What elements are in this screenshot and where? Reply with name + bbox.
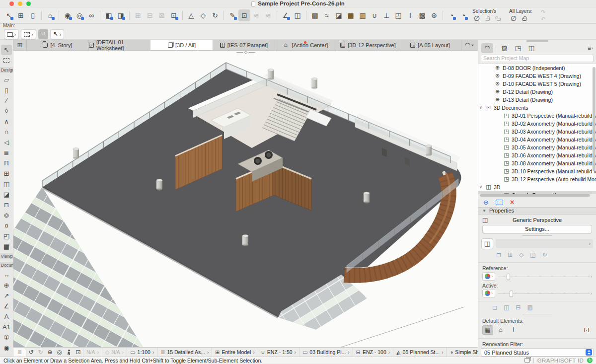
railing-tool[interactable]: Π (1, 158, 12, 168)
dimension-tool[interactable]: ↔ (1, 270, 12, 280)
model-filter-field[interactable]: ⊞Entire Model› (212, 348, 258, 357)
update-icon[interactable]: ↻ (542, 251, 547, 258)
pickup-parameters-icon[interactable]: ◧ (103, 9, 115, 21)
tree-item[interactable]: ◳3D-04 Axonometry (Manual-rebuild Model) (478, 136, 596, 144)
windows-icon[interactable] (524, 358, 530, 363)
renovation-filter-field[interactable]: ◭05 Planned St...› (393, 348, 447, 357)
tree-item[interactable]: ∨⊡3D Documents (478, 104, 596, 112)
tab-a-05-layout[interactable]: [A.05 Layout] (399, 40, 461, 50)
renovation-filter-dropdown[interactable]: 05 Planned Status (481, 348, 594, 357)
arrow-tool-button[interactable]: ↖› (50, 29, 64, 39)
tab-3d-12-perspective[interactable]: [3D-12 Perspective] (337, 40, 399, 50)
lock-selection-icon[interactable] (482, 14, 493, 23)
link-view-icon[interactable]: ◻ (496, 251, 501, 258)
arrow-select-icon[interactable]: ↖ (3, 9, 15, 21)
navigator-menu-button[interactable]: ≡› (588, 45, 593, 52)
slab-icon[interactable]: ▤ (309, 9, 321, 21)
favorites-icon[interactable]: ⌂ (44, 9, 56, 21)
morph-tool[interactable]: ◁ (1, 137, 12, 147)
composite-icon[interactable]: ▦ (345, 9, 357, 21)
ungroup-icon[interactable]: ⊟ (144, 9, 156, 21)
curtain-wall-tool[interactable]: ⊞ (1, 168, 12, 179)
wall-tool[interactable]: ▱ (1, 74, 12, 85)
minimize-button[interactable] (18, 1, 22, 6)
horizontal-scrollbar[interactable] (478, 194, 596, 198)
chevron-right-icon[interactable]: › (591, 274, 592, 279)
delete-button[interactable]: × (510, 199, 514, 206)
pan-icon[interactable]: ◎ (55, 348, 64, 357)
tree-item[interactable]: ◳3D-10 Perspective (Manual-rebuild Model… (478, 167, 596, 175)
publisher-tab[interactable]: ◫ (525, 43, 537, 53)
move-frame-icon[interactable]: ⊞ (508, 251, 513, 258)
tree-item[interactable]: ◳3D-05 Axonometry (Manual-rebuild Model) (478, 144, 596, 151)
morph-icon[interactable]: ⊛ (428, 9, 440, 21)
curtain-wall-icon[interactable]: ▥ (357, 9, 369, 21)
suspend-groups-icon[interactable]: ⊠ (156, 9, 168, 21)
search-binoculars-icon[interactable]: ∞ (85, 9, 97, 21)
tab-overflow-dropdown[interactable]: ◠∨ (461, 40, 478, 50)
mesh-tool[interactable]: ▦ (1, 241, 12, 252)
walk-explore-icon[interactable]: ◔ (457, 9, 469, 21)
tree-item[interactable]: ◳3D-02 Axonometry (Manual-rebuild Model) (478, 120, 596, 128)
rotate-icon[interactable]: ◇ (197, 9, 209, 21)
drag-icon[interactable]: △ (185, 9, 197, 21)
marquee-selection-combo[interactable]: › (4, 29, 19, 39)
3d-model-canvas[interactable] (13, 51, 478, 347)
shell-tool[interactable]: ∩ (1, 127, 12, 137)
tree-item[interactable]: ◳3D-08 Axonometry (Manual-rebuild Model) (478, 159, 596, 167)
split-view-icon[interactable]: ◫ (292, 9, 303, 21)
graphisoft-id-link[interactable]: GRAPHISOFT ID (537, 358, 584, 364)
source-view-button[interactable]: ◫ (481, 238, 493, 249)
pen-set-field[interactable]: ∪ENZ - 1:50› (258, 348, 299, 357)
section-marker-tool[interactable]: ① (1, 332, 12, 343)
schedule-icon[interactable]: ▩ (416, 9, 428, 21)
view-back-icon[interactable]: ↺ (26, 348, 36, 357)
quick-options-button[interactable]: ≣ (13, 348, 26, 357)
project-map-tab[interactable]: ◠ (481, 43, 493, 53)
active-color-button[interactable]: › (482, 289, 495, 297)
snap-magnet-button[interactable]: ∩ (38, 29, 48, 39)
visualization-icon[interactable]: ◔ (446, 9, 457, 21)
reference-color-button[interactable]: › (482, 272, 495, 281)
pick-reference-icon[interactable]: ◻ (492, 304, 497, 311)
label-tool[interactable]: A1 (1, 322, 12, 332)
lamp-tool[interactable]: ¤ (1, 220, 12, 231)
object-tool[interactable]: ⊚ (1, 210, 12, 220)
trace-options-icon[interactable]: ≋ (262, 9, 274, 21)
zone-tool[interactable]: ◰ (1, 231, 12, 241)
hide-selection-icon[interactable]: ∅ (471, 14, 482, 23)
zoom-icon[interactable]: ⊕ (45, 348, 55, 357)
swap-reference-icon[interactable]: ◫ (504, 304, 509, 311)
dimension-style-field[interactable]: ▭03 Building Pl...› (299, 348, 353, 357)
fullscreen-button[interactable] (26, 1, 31, 6)
orbit-icon[interactable]: ↻ (209, 9, 221, 21)
add-viewpoint-button[interactable]: ⊕ (483, 199, 489, 206)
settings-button[interactable]: Settings... (482, 225, 592, 233)
magic-wand-icon[interactable]: ✎ (226, 9, 238, 21)
tab-detail-01-worksheet[interactable]: [DETAIL 01 Worksheet] (88, 40, 150, 50)
marquee-mode-icon[interactable]: ⊡ (238, 9, 250, 21)
lock-elements-icon[interactable]: ⊡ (168, 9, 180, 21)
tree-item[interactable]: ⊕D-12 Detail (Drawing) (478, 88, 596, 96)
virtual-trace-icon[interactable]: ∠ (280, 9, 292, 21)
column-tool[interactable]: ▯ (1, 85, 12, 95)
tree-item[interactable]: ◫Generic Perspective (478, 191, 596, 194)
camera-tool[interactable]: ◉ (1, 343, 12, 353)
tree-item[interactable]: ◳3D-03 Axonometry (Manual-rebuild Model) (478, 128, 596, 136)
source-view-field[interactable]: › (496, 239, 593, 248)
tree-item[interactable]: ◳3D-06 Axonometry (Manual-rebuild Model) (478, 151, 596, 159)
tab-3d-all[interactable]: [3D / All] (150, 40, 213, 50)
beam-icon[interactable]: I (404, 9, 416, 21)
beam-tool[interactable]: ∕ (1, 95, 12, 106)
copy-frame-icon[interactable]: ◫ (530, 251, 535, 258)
roof-tool[interactable]: ∧ (1, 116, 12, 127)
text-tool[interactable]: A (1, 311, 12, 322)
fill-display-icon[interactable]: ▨ (527, 304, 532, 311)
field-na-2[interactable]: ◇N/A› (102, 348, 127, 357)
lock-layers-icon[interactable] (519, 14, 530, 23)
tree-item[interactable]: ∨◫3D (478, 183, 596, 191)
tab-ies-07-parapet[interactable]: [IES-07 Parapet] (213, 40, 275, 50)
reference-slider[interactable] (498, 273, 588, 280)
find-and-select-icon[interactable]: ◉ (62, 9, 74, 21)
selection-mode-combo[interactable]: › (21, 29, 36, 39)
